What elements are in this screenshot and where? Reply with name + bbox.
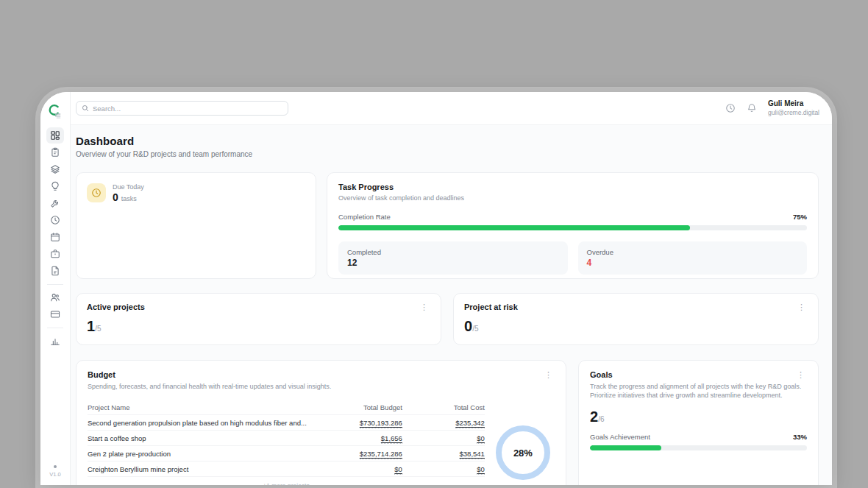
goals-progress-fill	[590, 445, 661, 450]
goals-achievement-value: 33%	[793, 433, 807, 441]
sidebar-item-team[interactable]	[46, 289, 64, 305]
sidebar-item-tools[interactable]	[46, 195, 64, 211]
dashboard-content: Dashboard Overview of your R&D projects …	[71, 125, 832, 485]
completed-value: 12	[347, 258, 559, 268]
budget-table-header: Project Name Total Budget Total Cost	[88, 400, 485, 415]
grid-icon	[50, 130, 60, 141]
kebab-menu-icon[interactable]: ⋮	[795, 303, 808, 312]
file-icon	[50, 266, 60, 276]
more-projects-link[interactable]: +1 more projects	[88, 482, 485, 485]
status-dot	[54, 465, 57, 468]
completion-rate-label: Completion Rate	[338, 213, 391, 221]
task-stats: Completed 12 Overdue 4	[338, 241, 807, 275]
goals-achievement-row: Goals Achievement 33%	[590, 433, 807, 441]
budget-title: Budget	[88, 370, 115, 379]
user-name: Guli Meira	[768, 99, 819, 109]
due-today-clock-icon	[87, 183, 106, 202]
sidebar-item-documents[interactable]	[46, 263, 64, 279]
task-progress-title: Task Progress	[338, 183, 807, 191]
project-at-risk-value: 0/5	[464, 318, 808, 335]
kebab-menu-icon[interactable]: ⋮	[418, 303, 430, 312]
topbar-right: Guli Meira guli@creme.digital	[725, 99, 819, 116]
search-input[interactable]	[93, 105, 282, 113]
sidebar-item-billing[interactable]	[46, 306, 64, 322]
budget-value[interactable]: $235,714.286	[360, 450, 402, 459]
cost-value[interactable]: $0	[477, 434, 485, 444]
budget-value[interactable]: $1,656	[381, 434, 402, 444]
main-area: Guli Meira guli@creme.digital Dashboard …	[71, 92, 832, 485]
sidebar-item-ideas[interactable]	[46, 178, 64, 194]
credit-card-icon	[50, 309, 60, 319]
page-title: Dashboard	[76, 135, 819, 147]
goals-card: Goals ⋮ Track the progress and alignment…	[578, 360, 819, 485]
sidebar-item-portfolio[interactable]	[46, 246, 64, 262]
sidebar-item-tasks[interactable]	[46, 144, 64, 160]
notifications-bell-icon[interactable]	[747, 103, 757, 113]
completion-progress-track	[338, 225, 807, 230]
cost-value[interactable]: $0	[477, 465, 485, 475]
briefcase-icon	[50, 249, 60, 259]
bar-chart-icon	[50, 336, 60, 346]
search-box[interactable]	[76, 101, 288, 116]
project-at-risk-title: Project at risk	[464, 303, 518, 311]
completed-stat: Completed 12	[338, 241, 568, 275]
task-progress-card: Task Progress Overview of task completio…	[327, 172, 819, 279]
lightbulb-icon	[50, 181, 60, 191]
sidebar-nav	[46, 127, 64, 350]
active-projects-value: 1/5	[87, 318, 430, 335]
cost-value[interactable]: $38,541	[460, 450, 485, 459]
row-budget-goals: Budget ⋮ Spending, forecasts, and financ…	[76, 360, 819, 485]
table-row[interactable]: Second generation propulsion plate based…	[88, 415, 485, 431]
goals-progress-track	[590, 445, 807, 450]
overdue-label: Overdue	[587, 248, 799, 256]
clock-icon	[50, 215, 60, 225]
page-subtitle: Overview of your R&D projects and team p…	[76, 150, 819, 158]
topbar: Guli Meira guli@creme.digital	[71, 92, 832, 125]
budget-value[interactable]: $0	[394, 465, 402, 475]
goals-value: 2/6	[590, 409, 807, 425]
kebab-menu-icon[interactable]: ⋮	[794, 370, 807, 380]
version-label: V1.0	[49, 471, 60, 478]
calendar-icon	[50, 232, 60, 242]
wrench-icon	[50, 198, 60, 208]
budget-table: Project Name Total Budget Total Cost Sec…	[88, 400, 485, 485]
sidebar-item-projects[interactable]	[46, 161, 64, 177]
history-clock-icon[interactable]	[725, 103, 736, 113]
sidebar-item-dashboard[interactable]	[46, 127, 64, 144]
table-row[interactable]: Creighton Beryllium mine project $0 $0	[88, 462, 485, 477]
layers-icon	[50, 164, 60, 174]
sidebar-divider	[47, 328, 63, 328]
sidebar-item-calendar[interactable]	[46, 229, 64, 245]
sidebar-item-analytics[interactable]	[46, 333, 64, 349]
budget-donut-value: 28%	[513, 448, 533, 459]
due-today-value: 0 tasks	[113, 191, 144, 203]
table-row[interactable]: Gen 2 plate pre-production $235,714.286 …	[88, 446, 485, 462]
budget-card: Budget ⋮ Spending, forecasts, and financ…	[76, 360, 566, 485]
project-at-risk-card: Project at risk ⋮ 0/5	[453, 293, 819, 345]
user-menu[interactable]: Guli Meira guli@creme.digital	[768, 99, 819, 116]
app-window: V1.0 Guli Meira guli@creme.digital Dashb…	[40, 92, 832, 485]
completion-rate-row: Completion Rate 75%	[338, 213, 807, 221]
table-row[interactable]: Start a coffee shop $1,656 $0	[88, 431, 485, 446]
goals-title: Goals	[590, 370, 613, 379]
clipboard-icon	[50, 147, 60, 158]
cost-value[interactable]: $235,342	[455, 419, 485, 428]
budget-body: Project Name Total Budget Total Cost Sec…	[88, 391, 555, 485]
budget-donut-wrap: 28%	[485, 391, 561, 485]
sidebar-item-time[interactable]	[46, 212, 64, 228]
task-progress-subtitle: Overview of task completion and deadline…	[338, 194, 807, 202]
budget-donut-chart: 28%	[496, 425, 550, 480]
completion-progress-fill	[338, 225, 690, 230]
completion-rate-value: 75%	[793, 213, 807, 221]
users-icon	[50, 292, 60, 303]
user-email: guli@creme.digital	[768, 109, 819, 117]
sidebar-footer: V1.0	[49, 465, 60, 478]
budget-value[interactable]: $730,193.286	[360, 419, 402, 428]
kebab-menu-icon[interactable]: ⋮	[542, 370, 555, 380]
overdue-stat: Overdue 4	[578, 241, 808, 275]
due-today-card: Due Today 0 tasks	[76, 172, 316, 279]
goals-achievement-label: Goals Achievement	[590, 433, 650, 441]
active-projects-title: Active projects	[87, 303, 145, 311]
due-today-label: Due Today	[113, 183, 144, 191]
search-icon	[82, 105, 89, 112]
